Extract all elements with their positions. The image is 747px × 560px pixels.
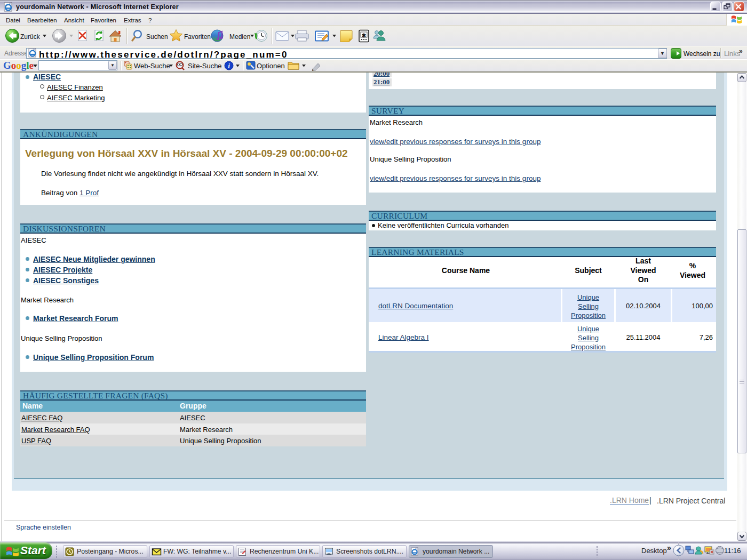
svg-text:i: i (228, 62, 230, 70)
svg-text:✱: ✱ (362, 33, 367, 38)
